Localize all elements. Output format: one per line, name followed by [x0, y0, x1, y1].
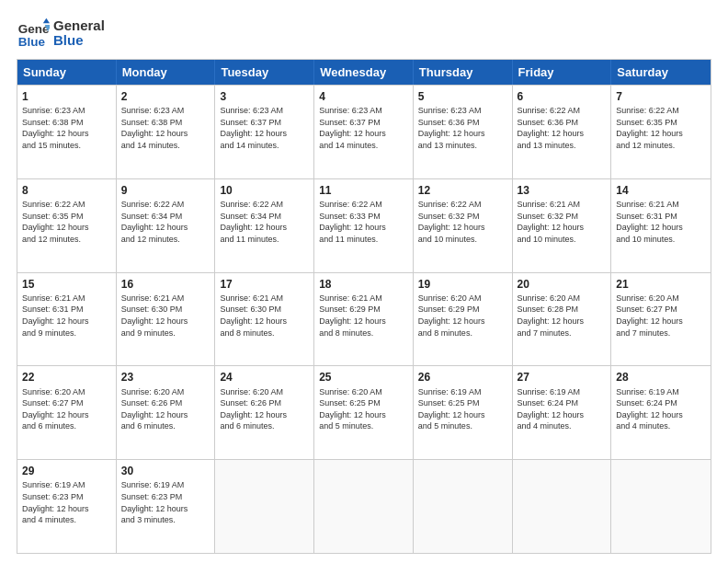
calendar-row-2: 15Sunrise: 6:21 AM Sunset: 6:31 PM Dayli…	[17, 272, 711, 366]
day-number: 6	[518, 89, 607, 104]
logo-blue: Blue	[53, 33, 105, 49]
cal-cell-w2-d0: 15Sunrise: 6:21 AM Sunset: 6:31 PM Dayli…	[17, 273, 117, 366]
cal-cell-w3-d1: 23Sunrise: 6:20 AM Sunset: 6:26 PM Dayli…	[117, 366, 216, 459]
header-day-tuesday: Tuesday	[215, 60, 314, 85]
day-number: 16	[121, 277, 210, 292]
cal-cell-w3-d5: 27Sunrise: 6:19 AM Sunset: 6:24 PM Dayli…	[513, 366, 612, 459]
day-number: 26	[418, 370, 507, 385]
logo: General Blue General Blue	[17, 17, 105, 50]
cal-cell-w2-d2: 17Sunrise: 6:21 AM Sunset: 6:30 PM Dayli…	[215, 273, 314, 366]
calendar-body: 1Sunrise: 6:23 AM Sunset: 6:38 PM Daylig…	[17, 85, 711, 553]
day-info: Sunrise: 6:20 AM Sunset: 6:27 PM Dayligh…	[22, 386, 111, 432]
cal-cell-w1-d0: 8Sunrise: 6:22 AM Sunset: 6:35 PM Daylig…	[17, 179, 117, 272]
day-number: 29	[22, 464, 111, 478]
day-info: Sunrise: 6:21 AM Sunset: 6:31 PM Dayligh…	[616, 199, 706, 245]
calendar-header: SundayMondayTuesdayWednesdayThursdayFrid…	[17, 60, 711, 85]
day-info: Sunrise: 6:22 AM Sunset: 6:32 PM Dayligh…	[418, 199, 507, 245]
day-info: Sunrise: 6:21 AM Sunset: 6:29 PM Dayligh…	[319, 293, 408, 339]
cal-cell-w4-d1: 30Sunrise: 6:19 AM Sunset: 6:23 PM Dayli…	[117, 460, 216, 553]
day-info: Sunrise: 6:20 AM Sunset: 6:27 PM Dayligh…	[616, 293, 706, 339]
day-info: Sunrise: 6:20 AM Sunset: 6:25 PM Dayligh…	[319, 386, 408, 432]
cal-cell-w2-d5: 20Sunrise: 6:20 AM Sunset: 6:28 PM Dayli…	[513, 273, 612, 366]
day-number: 5	[418, 89, 507, 104]
cal-cell-w4-d4	[414, 460, 513, 553]
page: General Blue General Blue SundayMondayTu…	[0, 0, 728, 563]
day-info: Sunrise: 6:22 AM Sunset: 6:34 PM Dayligh…	[121, 199, 210, 245]
day-number: 27	[518, 370, 607, 385]
day-info: Sunrise: 6:20 AM Sunset: 6:28 PM Dayligh…	[518, 293, 607, 339]
day-info: Sunrise: 6:20 AM Sunset: 6:26 PM Dayligh…	[220, 386, 309, 432]
day-number: 25	[319, 370, 408, 385]
day-info: Sunrise: 6:21 AM Sunset: 6:31 PM Dayligh…	[22, 293, 111, 339]
cal-cell-w3-d6: 28Sunrise: 6:19 AM Sunset: 6:24 PM Dayli…	[611, 366, 711, 459]
cal-cell-w4-d0: 29Sunrise: 6:19 AM Sunset: 6:23 PM Dayli…	[17, 460, 117, 553]
cal-cell-w1-d6: 14Sunrise: 6:21 AM Sunset: 6:31 PM Dayli…	[611, 179, 711, 272]
header-day-sunday: Sunday	[17, 60, 117, 85]
day-number: 1	[22, 89, 111, 104]
day-info: Sunrise: 6:22 AM Sunset: 6:35 PM Dayligh…	[616, 105, 706, 151]
cal-cell-w0-d1: 2Sunrise: 6:23 AM Sunset: 6:38 PM Daylig…	[117, 86, 216, 178]
day-number: 21	[616, 277, 706, 292]
day-number: 15	[22, 277, 111, 292]
day-info: Sunrise: 6:21 AM Sunset: 6:30 PM Dayligh…	[121, 293, 210, 339]
header-day-saturday: Saturday	[611, 60, 711, 85]
day-number: 19	[418, 277, 507, 292]
calendar-row-4: 29Sunrise: 6:19 AM Sunset: 6:23 PM Dayli…	[17, 459, 711, 553]
cal-cell-w3-d3: 25Sunrise: 6:20 AM Sunset: 6:25 PM Dayli…	[314, 366, 414, 459]
day-number: 10	[220, 183, 309, 198]
day-number: 24	[220, 370, 309, 385]
day-number: 14	[616, 183, 706, 198]
cal-cell-w4-d5	[513, 460, 612, 553]
day-number: 23	[121, 370, 210, 385]
cal-cell-w3-d0: 22Sunrise: 6:20 AM Sunset: 6:27 PM Dayli…	[17, 366, 117, 459]
cal-cell-w4-d3	[314, 460, 414, 553]
day-number: 2	[121, 89, 210, 104]
cal-cell-w4-d6	[611, 460, 711, 553]
day-info: Sunrise: 6:22 AM Sunset: 6:35 PM Dayligh…	[22, 199, 111, 245]
cal-cell-w1-d3: 11Sunrise: 6:22 AM Sunset: 6:33 PM Dayli…	[314, 179, 414, 272]
day-info: Sunrise: 6:19 AM Sunset: 6:24 PM Dayligh…	[518, 386, 607, 432]
header-day-monday: Monday	[117, 60, 216, 85]
calendar-row-1: 8Sunrise: 6:22 AM Sunset: 6:35 PM Daylig…	[17, 178, 711, 272]
cal-cell-w1-d2: 10Sunrise: 6:22 AM Sunset: 6:34 PM Dayli…	[215, 179, 314, 272]
day-info: Sunrise: 6:23 AM Sunset: 6:38 PM Dayligh…	[22, 105, 111, 151]
cal-cell-w0-d2: 3Sunrise: 6:23 AM Sunset: 6:37 PM Daylig…	[215, 86, 314, 178]
day-number: 9	[121, 183, 210, 198]
day-info: Sunrise: 6:22 AM Sunset: 6:36 PM Dayligh…	[518, 105, 607, 151]
day-number: 7	[616, 89, 706, 104]
day-info: Sunrise: 6:20 AM Sunset: 6:29 PM Dayligh…	[418, 293, 507, 339]
calendar: SundayMondayTuesdayWednesdayThursdayFrid…	[17, 59, 711, 554]
cal-cell-w2-d6: 21Sunrise: 6:20 AM Sunset: 6:27 PM Dayli…	[611, 273, 711, 366]
day-number: 8	[22, 183, 111, 198]
calendar-row-0: 1Sunrise: 6:23 AM Sunset: 6:38 PM Daylig…	[17, 85, 711, 178]
day-number: 12	[418, 183, 507, 198]
cal-cell-w2-d3: 18Sunrise: 6:21 AM Sunset: 6:29 PM Dayli…	[314, 273, 414, 366]
day-number: 13	[518, 183, 607, 198]
day-info: Sunrise: 6:23 AM Sunset: 6:36 PM Dayligh…	[418, 105, 507, 151]
svg-text:Blue: Blue	[18, 35, 46, 49]
cal-cell-w0-d3: 4Sunrise: 6:23 AM Sunset: 6:37 PM Daylig…	[314, 86, 414, 178]
day-number: 30	[121, 464, 210, 478]
day-number: 22	[22, 370, 111, 385]
day-number: 18	[319, 277, 408, 292]
day-info: Sunrise: 6:21 AM Sunset: 6:32 PM Dayligh…	[518, 199, 607, 245]
day-info: Sunrise: 6:20 AM Sunset: 6:26 PM Dayligh…	[121, 386, 210, 432]
day-number: 17	[220, 277, 309, 292]
header-day-friday: Friday	[513, 60, 612, 85]
cal-cell-w0-d6: 7Sunrise: 6:22 AM Sunset: 6:35 PM Daylig…	[611, 86, 711, 178]
svg-marker-2	[43, 18, 50, 23]
day-info: Sunrise: 6:19 AM Sunset: 6:23 PM Dayligh…	[22, 479, 111, 525]
logo-general: General	[53, 18, 105, 34]
cal-cell-w0-d5: 6Sunrise: 6:22 AM Sunset: 6:36 PM Daylig…	[513, 86, 612, 178]
day-info: Sunrise: 6:23 AM Sunset: 6:38 PM Dayligh…	[121, 105, 210, 151]
day-info: Sunrise: 6:19 AM Sunset: 6:24 PM Dayligh…	[616, 386, 706, 432]
day-info: Sunrise: 6:22 AM Sunset: 6:33 PM Dayligh…	[319, 199, 408, 245]
header-day-wednesday: Wednesday	[314, 60, 414, 85]
cal-cell-w0-d4: 5Sunrise: 6:23 AM Sunset: 6:36 PM Daylig…	[414, 86, 513, 178]
logo-icon: General Blue	[17, 17, 50, 50]
day-info: Sunrise: 6:23 AM Sunset: 6:37 PM Dayligh…	[220, 105, 309, 151]
cal-cell-w4-d2	[215, 460, 314, 553]
calendar-row-3: 22Sunrise: 6:20 AM Sunset: 6:27 PM Dayli…	[17, 365, 711, 459]
day-number: 11	[319, 183, 408, 198]
cal-cell-w1-d4: 12Sunrise: 6:22 AM Sunset: 6:32 PM Dayli…	[414, 179, 513, 272]
